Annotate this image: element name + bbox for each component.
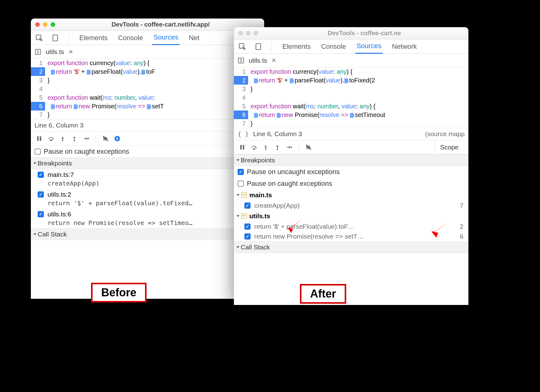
zoom-icon[interactable] [51, 22, 55, 27]
line-number[interactable]: 1 [31, 59, 45, 67]
code-line[interactable]: 5export function wait(ms: number, value: [31, 93, 264, 102]
breakpoints-header[interactable]: Breakpoints [31, 157, 264, 169]
callstack-header[interactable]: Call Stack [234, 241, 468, 253]
checkbox[interactable] [38, 191, 44, 198]
code-line[interactable]: 6 return new Promise(resolve => setT [31, 102, 264, 111]
code-editor[interactable]: 1export function currency(value: any) {2… [31, 59, 264, 119]
line-number[interactable]: 7 [234, 119, 248, 128]
breakpoint-item[interactable]: main.ts:7createApp(App) [31, 169, 264, 189]
pause-on-exceptions-icon[interactable] [114, 135, 121, 142]
close-icon[interactable] [35, 22, 40, 27]
tab-elements[interactable]: Elements [78, 31, 109, 45]
breakpoint-item[interactable]: utils.ts:2return '$' + parseFloat(value)… [31, 189, 264, 209]
checkbox[interactable] [35, 148, 41, 155]
step-out-icon[interactable] [274, 144, 281, 151]
checkbox[interactable] [238, 169, 244, 175]
code-line[interactable]: 4 [234, 93, 468, 102]
checkbox[interactable] [238, 181, 244, 187]
line-number[interactable]: 4 [234, 93, 248, 102]
inspect-icon[interactable] [35, 34, 43, 42]
code-editor[interactable]: 1export function currency(value: any) {2… [234, 67, 468, 128]
code-text[interactable]: return '$' + parseFloat(value).toFixed(2 [248, 76, 468, 85]
breakpoints-header[interactable]: Breakpoints [234, 154, 468, 166]
step-over-icon[interactable] [48, 135, 54, 142]
pause-on-caught-row[interactable]: Pause on caught exceptions [234, 178, 468, 190]
line-number[interactable]: 1 [234, 67, 248, 76]
file-tab[interactable]: utils.ts [46, 48, 64, 56]
line-number[interactable]: 6 [234, 111, 248, 119]
tab-sources[interactable]: Sources [152, 31, 180, 45]
code-line[interactable]: 1export function currency(value: any) { [31, 59, 264, 67]
step-icon[interactable] [83, 135, 89, 142]
code-line[interactable]: 2 return '$' + parseFloat(value).toFixed… [234, 76, 468, 85]
step-into-icon[interactable] [262, 144, 269, 151]
checkbox[interactable] [244, 202, 251, 209]
navigator-icon[interactable] [238, 57, 244, 64]
code-line[interactable]: 6 return new Promise(resolve => setTimeo… [234, 111, 468, 119]
tab-network[interactable]: Network [391, 40, 418, 53]
code-text[interactable] [45, 85, 264, 93]
inspect-icon[interactable] [238, 43, 246, 51]
tab-sources[interactable]: Sources [355, 39, 383, 54]
code-line[interactable]: 2 return '$' + parseFloat(value).toF [31, 67, 264, 76]
zoom-icon[interactable] [254, 31, 258, 35]
code-text[interactable]: export function wait(ms: number, value: [45, 93, 264, 102]
code-text[interactable]: return '$' + parseFloat(value).toF [45, 67, 264, 76]
close-icon[interactable]: ✕ [272, 57, 276, 64]
deactivate-breakpoints-icon[interactable] [305, 144, 312, 151]
code-text[interactable]: } [248, 85, 468, 93]
checkbox[interactable] [38, 211, 44, 217]
step-out-icon[interactable] [71, 135, 78, 142]
code-line[interactable]: 3} [234, 85, 468, 93]
tab-elements[interactable]: Elements [281, 40, 312, 53]
checkbox[interactable] [244, 233, 251, 240]
line-number[interactable]: 5 [234, 102, 248, 111]
minimize-icon[interactable] [246, 31, 251, 35]
pause-on-caught-row[interactable]: Pause on caught exceptions [31, 146, 264, 157]
code-text[interactable]: } [45, 111, 264, 119]
code-text[interactable]: } [45, 76, 264, 85]
pause-icon[interactable] [239, 144, 246, 151]
pause-icon[interactable] [36, 135, 43, 142]
line-number[interactable]: 6 [31, 102, 45, 111]
step-icon[interactable] [286, 144, 293, 151]
callstack-header[interactable]: Call Stack [31, 228, 264, 240]
step-into-icon[interactable] [59, 135, 66, 142]
line-number[interactable]: 5 [31, 93, 45, 102]
pretty-print-icon[interactable]: { } [238, 130, 249, 138]
close-icon[interactable] [238, 31, 243, 35]
code-text[interactable]: export function currency(value: any) { [45, 59, 264, 67]
titlebar[interactable]: DevTools - coffee-cart.ne [234, 27, 468, 40]
scope-tab[interactable]: Scope [435, 140, 463, 154]
code-line[interactable]: 7} [31, 111, 264, 119]
minimize-icon[interactable] [43, 22, 48, 27]
line-number[interactable]: 3 [31, 76, 45, 85]
checkbox[interactable] [38, 172, 44, 178]
tab-network[interactable]: Net [188, 31, 201, 45]
code-text[interactable]: export function wait(ms: number, value: … [248, 102, 468, 111]
code-text[interactable]: return new Promise(resolve => setT [45, 102, 264, 111]
checkbox[interactable] [244, 223, 251, 230]
tab-console[interactable]: Console [117, 31, 144, 45]
breakpoint-group[interactable]: main.ts [234, 190, 468, 201]
line-number[interactable]: 4 [31, 85, 45, 93]
line-number[interactable]: 3 [234, 85, 248, 93]
tab-console[interactable]: Console [320, 40, 347, 53]
code-line[interactable]: 7} [234, 119, 468, 128]
navigator-icon[interactable] [35, 48, 41, 55]
code-line[interactable]: 4 [31, 85, 264, 93]
code-text[interactable] [248, 93, 468, 102]
code-line[interactable]: 5export function wait(ms: number, value:… [234, 102, 468, 111]
code-line[interactable]: 3} [31, 76, 264, 85]
code-text[interactable]: } [248, 119, 468, 128]
close-icon[interactable]: ✕ [69, 48, 73, 55]
line-number[interactable]: 2 [234, 76, 248, 85]
code-text[interactable]: export function currency(value: any) { [248, 67, 468, 76]
code-text[interactable]: return new Promise(resolve => setTimeout [248, 111, 468, 119]
file-tab[interactable]: utils.ts [249, 57, 267, 64]
deactivate-breakpoints-icon[interactable] [102, 135, 109, 142]
device-icon[interactable] [254, 43, 262, 51]
code-line[interactable]: 1export function currency(value: any) { [234, 67, 468, 76]
step-over-icon[interactable] [251, 144, 257, 151]
breakpoint-item[interactable]: utils.ts:6return new Promise(resolve => … [31, 209, 264, 228]
